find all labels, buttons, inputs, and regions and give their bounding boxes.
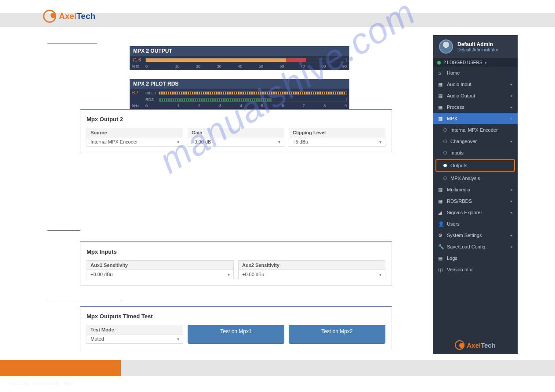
pilot-label: PILOT [145, 91, 159, 95]
nav-rds[interactable]: ▦RDS/RBDS◂ [433, 195, 518, 207]
test-mode-field: Test Mode Muted [87, 325, 183, 344]
aux1-field: Aux1 Sensitivity +0.00 dBu [87, 260, 234, 279]
field-label: Gain [188, 128, 284, 137]
wrench-icon: 🔧 [438, 244, 443, 249]
logged-users-label: 2 LOGGED USERS [443, 60, 482, 65]
nav-signals[interactable]: ◢Signals Explorer◂ [433, 207, 518, 218]
grid-icon: ▦ [438, 82, 443, 87]
mpx2-pilot-rds-meter: MPX 2 PILOT RDS 6.7 PILOT RDS kHz 012345… [130, 79, 349, 110]
logo-icon [43, 10, 56, 23]
meter-unit: kHz [132, 64, 145, 68]
panel-title: Mpx Inputs [87, 248, 385, 255]
mpx2-output-meter: MPX 2 OUTPUT 71.6 kHz 010203040506070809… [130, 46, 349, 70]
meter-unit: kHz [132, 104, 145, 108]
field-label: Source [87, 128, 183, 137]
meter-title: MPX 2 PILOT RDS [130, 79, 349, 89]
chevron-left-icon: ◂ [510, 233, 512, 237]
nav-changeover[interactable]: Changeover◂ [433, 136, 518, 147]
chevron-left-icon: ◂ [510, 199, 512, 203]
pilot-bar [159, 91, 347, 95]
chevron-left-icon: ◂ [510, 245, 512, 249]
user-name: Default Admin [457, 41, 498, 47]
user-box[interactable]: Default Admin Default Administrator [433, 35, 518, 58]
logo-text: AxelTech [59, 11, 95, 21]
logo-text: AxelTech [467, 342, 496, 349]
section-divider [47, 43, 97, 43]
nav-process[interactable]: ▦Process◂ [433, 101, 518, 113]
mpx-timed-test-panel: Mpx Outputs Timed Test Test Mode Muted T… [80, 306, 392, 350]
sidebar: Default Admin Default Administrator 2 LO… [433, 35, 518, 354]
circle-icon [443, 128, 447, 132]
nav-saveload[interactable]: 🔧Save/Load Config.◂ [433, 241, 518, 252]
circle-icon [443, 151, 447, 155]
field-label: Aux1 Sensitivity [87, 261, 233, 270]
clipping-dropdown[interactable]: +5 dBu [289, 137, 385, 146]
field-label: Aux2 Sensitivity [239, 261, 385, 270]
nav-multimedia[interactable]: ▦Multimedia◂ [433, 184, 518, 195]
mpx-output-2-panel: Mpx Output 2 Source Internal MPX Encoder… [80, 109, 392, 153]
logo-brand2: Tech [76, 11, 95, 21]
nav-mpx-analysis[interactable]: MPX Analysis [433, 173, 518, 184]
chevron-left-icon: ◂ [510, 210, 512, 215]
field-label: Test Mode [87, 325, 183, 334]
user-icon: 👤 [438, 221, 443, 227]
circle-icon [443, 140, 447, 143]
meter-bar [145, 58, 347, 62]
gear-icon: ⚙ [438, 233, 443, 238]
nav-users[interactable]: 👤Users [433, 218, 518, 230]
circle-filled-icon [443, 164, 447, 167]
chevron-down-icon: ▾ [510, 116, 512, 121]
aux2-dropdown[interactable]: +0.00 dBu [239, 270, 385, 279]
list-icon: ▤ [438, 255, 443, 261]
meter-ticks: 0123456789 [145, 104, 347, 108]
test-mode-dropdown[interactable]: Muted [87, 334, 183, 343]
nav-outputs[interactable]: Outputs [435, 159, 515, 172]
clipping-field: Clipping Level +5 dBu [289, 128, 385, 147]
test-mpx2-button[interactable]: Test on Mpx2 [289, 325, 385, 344]
chevron-down-icon: ▾ [485, 61, 487, 65]
source-field: Source Internal MPX Encoder [87, 128, 183, 147]
field-label: Clipping Level [289, 128, 385, 137]
gain-dropdown[interactable]: +0.00 dB [188, 137, 284, 146]
grid-icon: ▦ [438, 104, 443, 110]
sidebar-logo: AxelTech [433, 340, 518, 350]
nav-inputs[interactable]: Inputs [433, 147, 518, 158]
test-mpx1-button[interactable]: Test on Mpx1 [188, 325, 284, 344]
nav-logs[interactable]: ▤Logs [433, 252, 518, 264]
rds-bar [159, 98, 272, 102]
meter-title: MPX 2 OUTPUT [130, 46, 349, 56]
panel-title: Mpx Outputs Timed Test [87, 313, 385, 320]
grid-icon: ▦ [438, 116, 443, 121]
chevron-left-icon: ◂ [510, 139, 512, 144]
section-divider [47, 230, 80, 231]
info-icon: ⓘ [438, 267, 443, 272]
nav-version[interactable]: ⓘVersion Info [433, 264, 518, 275]
nav-mpx[interactable]: ▦MPX▾ [433, 113, 518, 124]
footer-bar [121, 360, 555, 376]
source-dropdown[interactable]: Internal MPX Encoder [87, 137, 183, 146]
logged-users-bar[interactable]: 2 LOGGED USERS ▾ [433, 58, 518, 67]
nav-audio-input[interactable]: ▦Audio Input◂ [433, 79, 518, 90]
home-icon: ⌂ [438, 70, 443, 76]
logo-icon [455, 340, 464, 350]
section-divider [47, 300, 121, 300]
signal-icon: ◢ [438, 210, 443, 215]
nav-mpx-encoder[interactable]: Internal MPX Encoder [433, 124, 518, 136]
status-dot-icon [437, 61, 441, 65]
meter-value: 6.7 [132, 90, 145, 95]
gain-field: Gain +0.00 dB [188, 128, 284, 147]
aux1-dropdown[interactable]: +0.00 dBu [87, 270, 233, 279]
grid-icon: ▦ [438, 93, 443, 98]
nav-audio-output[interactable]: ▦Audio Output◂ [433, 90, 518, 101]
circle-icon [443, 176, 447, 180]
footer-text: FALCON · User Manual · ENG [9, 381, 74, 386]
nav-system[interactable]: ⚙System Settings◂ [433, 230, 518, 241]
grid-icon: ▦ [438, 187, 443, 192]
meter-ticks: 0102030405060708090 [145, 64, 347, 68]
aux2-field: Aux2 Sensitivity +0.00 dBu [238, 260, 385, 279]
footer-accent [0, 360, 121, 376]
chevron-left-icon: ◂ [510, 187, 512, 192]
chevron-left-icon: ◂ [510, 82, 512, 86]
chevron-left-icon: ◂ [510, 105, 512, 109]
nav-home[interactable]: ⌂Home [433, 67, 518, 79]
